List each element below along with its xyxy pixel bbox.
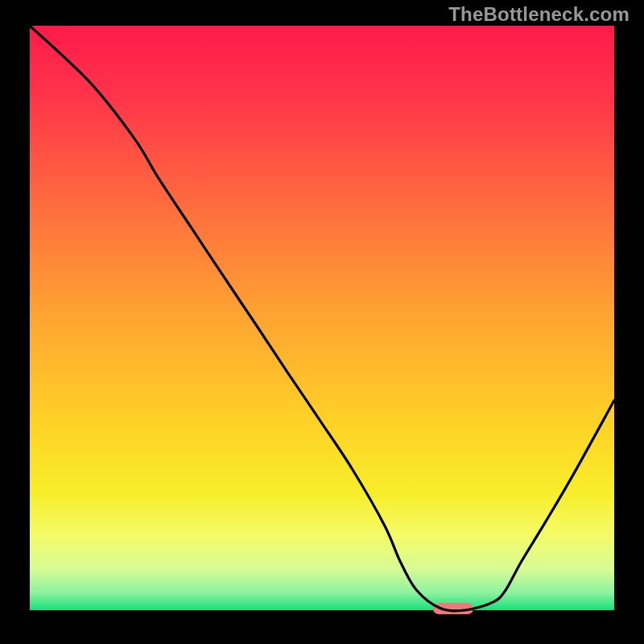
chart-stage: TheBottleneck.com bbox=[0, 0, 644, 644]
bottleneck-chart bbox=[0, 0, 644, 644]
plot-background bbox=[30, 26, 614, 610]
